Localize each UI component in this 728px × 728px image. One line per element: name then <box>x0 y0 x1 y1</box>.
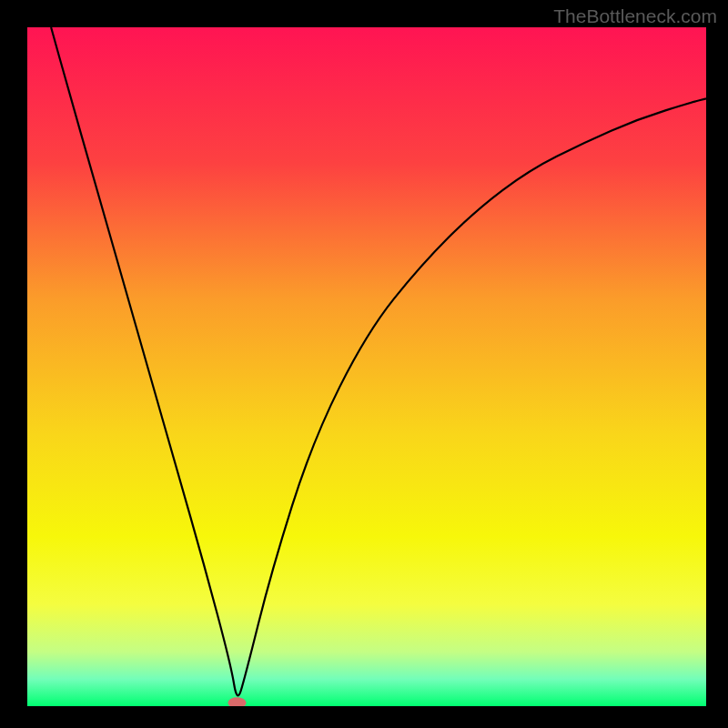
frame-bottom <box>0 706 728 728</box>
watermark-text: TheBottleneck.com <box>553 5 717 27</box>
plot-background <box>27 27 706 706</box>
frame-right <box>706 0 728 728</box>
frame-left <box>0 0 27 728</box>
chart-container: TheBottleneck.com <box>0 0 728 728</box>
bottleneck-chart <box>0 0 728 728</box>
